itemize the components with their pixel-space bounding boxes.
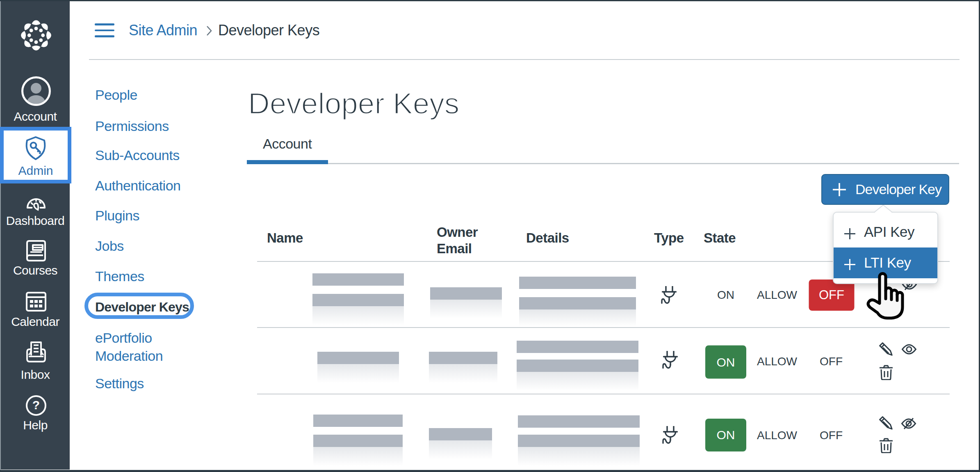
svg-text:?: ? bbox=[32, 398, 40, 412]
